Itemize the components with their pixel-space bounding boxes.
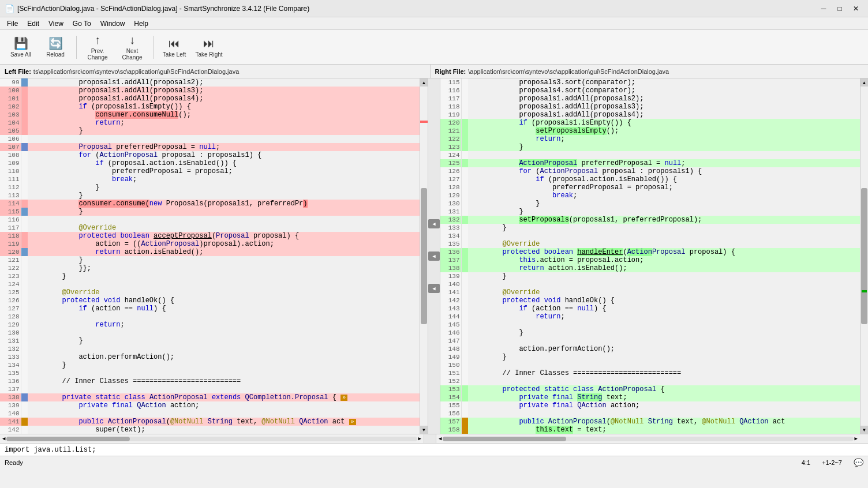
table-row: 155 private final QAction action; [440,401,860,410]
scroll-down-arrow[interactable]: ▼ [420,426,428,434]
table-row: 149 } [440,353,860,361]
menu-file[interactable]: File [2,18,23,29]
reload-button[interactable]: 🔄 Reload [39,32,72,62]
table-row: 106 [0,135,420,143]
table-row: 112 } [0,183,420,192]
table-row: 139 private final QAction action; [0,401,420,410]
table-row: 123 } [440,143,860,151]
table-row: 129 return; [0,321,420,329]
table-row: 146 } [440,329,860,337]
table-row: 153 protected static class ActionProposa… [440,385,860,393]
left-hscroll[interactable]: ◀ ▶ [0,434,424,443]
left-filepath: Left File: ts\application\src\com\syntev… [0,65,430,78]
table-row: 115 proposals3.sort(comparator); [440,78,860,87]
right-scroll-up[interactable]: ▲ [860,78,869,87]
close-button[interactable]: ✕ [848,3,863,14]
maximize-button[interactable]: □ [832,3,847,14]
bottom-bar: Ready 4:1 +1-2~7 💬 [0,456,868,468]
table-row: 141 public ActionProposal(@NotNull Strin… [0,418,420,426]
table-row: 133 } [440,224,860,232]
scroll-up-arrow[interactable]: ▲ [420,78,428,87]
menubar: File Edit View Go To Window Help [0,17,868,30]
menu-window[interactable]: Window [96,18,130,29]
table-row: 138 return action.isEnabled(); [440,264,860,272]
take-right-icon: ⏭ [203,37,215,50]
table-row: 158 this.text = text; [440,426,860,434]
right-hscroll[interactable]: ◀ ▶ [436,434,860,443]
right-scroll-down[interactable]: ▼ [860,426,869,434]
right-hscroll-right[interactable]: ▶ [854,436,859,442]
table-row: 123 } [0,272,420,280]
right-code-area[interactable]: 115 proposals3.sort(comparator); 116 pro… [440,78,860,434]
table-row: 134 } [0,361,420,369]
reload-label: Reload [46,51,65,58]
table-row: 117 @Override [0,224,420,232]
left-hscroll-track [6,437,417,441]
left-panel: 99 proposals1.addAll(proposals2); 100 pr… [0,78,428,434]
table-row: 156 [440,410,860,418]
left-hscroll-thumb[interactable] [6,437,129,441]
table-row: 107 Proposal preferredProposal = null; [0,143,420,151]
table-row: 119 action = ((ActionProposal)proposal).… [0,240,420,248]
table-row: 127 if (action == null) { [0,305,420,313]
hscroll-end [860,434,868,443]
right-code-table: 115 proposals3.sort(comparator); 116 pro… [440,78,860,434]
right-hscroll-thumb[interactable] [443,437,566,441]
table-row: 100 proposals1.addAll(proposals3); [0,87,420,95]
take-left-icon: ⏮ [169,37,180,50]
right-file-label: Right File: [435,68,466,75]
next-change-button[interactable]: ↓ Next Change [116,32,148,62]
merge-right-arrow[interactable]: ◀ [428,219,440,228]
table-row: 115 } [0,208,420,216]
left-vscrollbar[interactable]: ▲ ▼ [420,78,428,434]
table-row: 133 action.performAction(); [0,353,420,361]
table-row: 143 if (action == null) { [440,305,860,313]
filepath-bar: Left File: ts\application\src\com\syntev… [0,65,868,78]
table-row: 131 } [0,337,420,345]
status-diff-info: +1-2~7 [822,459,842,466]
menu-view[interactable]: View [44,18,68,29]
table-row: 145 [440,321,860,329]
left-code-area[interactable]: 99 proposals1.addAll(proposals2); 100 pr… [0,78,420,434]
merge-left-arrow[interactable]: ◀ [428,251,440,261]
toolbar-separator-1 [76,36,77,59]
left-file-label: Left File: [5,68,31,75]
left-hscroll-right[interactable]: ▶ [417,436,422,442]
next-change-label: Next Change [116,48,148,61]
left-hscroll-left[interactable]: ◀ [1,436,6,442]
table-row: 152 [440,377,860,385]
prev-change-button[interactable]: ↑ Prev. Change [81,32,114,62]
right-scroll-thumb[interactable] [861,188,867,324]
menu-edit[interactable]: Edit [23,18,44,29]
take-right-button[interactable]: ⏭ Take Right [193,32,225,62]
table-row: 140 [0,410,420,418]
right-panel: 115 proposals3.sort(comparator); 116 pro… [440,78,868,434]
hscroll-bar: ◀ ▶ ◀ ▶ [0,434,868,443]
panel-divider: ◀ ◀ ◀ [428,78,440,434]
save-all-button[interactable]: 💾 Save All [5,32,37,62]
prev-change-label: Prev. Change [81,48,114,61]
table-row: 138 private static class ActionProposal … [0,393,420,401]
table-row: 129 break; [440,192,860,200]
minimize-button[interactable]: ─ [816,3,831,14]
merge-right-arrow-2[interactable]: ◀ [428,284,440,293]
toolbar: 💾 Save All 🔄 Reload ↑ Prev. Change ↓ Nex… [0,30,868,65]
table-row: 118 protected boolean acceptProposal(Pro… [0,232,420,240]
window-title: [ScFindActionDialog.java - ScFindActionD… [17,5,816,13]
menu-goto[interactable]: Go To [68,18,96,29]
right-hscroll-left[interactable]: ◀ [437,436,443,442]
table-row: 137 this.action = proposal.action; [440,256,860,264]
table-row: 139 } [440,272,860,280]
right-vscrollbar[interactable]: ▲ ▼ [860,78,868,434]
main-content: 99 proposals1.addAll(proposals2); 100 pr… [0,78,868,434]
import-bar: import java.util.List; [0,443,868,456]
table-row: 111 break; [0,175,420,183]
table-row: 151 // Inner Classes ===================… [440,369,860,377]
take-left-button[interactable]: ⏮ Take Left [158,32,190,62]
table-row: 122 }}; [0,264,420,272]
take-right-label: Take Right [195,51,222,58]
scroll-thumb[interactable] [421,188,427,324]
table-row: 137 [0,385,420,393]
table-row: 128 preferredProposal = proposal; [440,183,860,192]
menu-help[interactable]: Help [129,18,153,29]
